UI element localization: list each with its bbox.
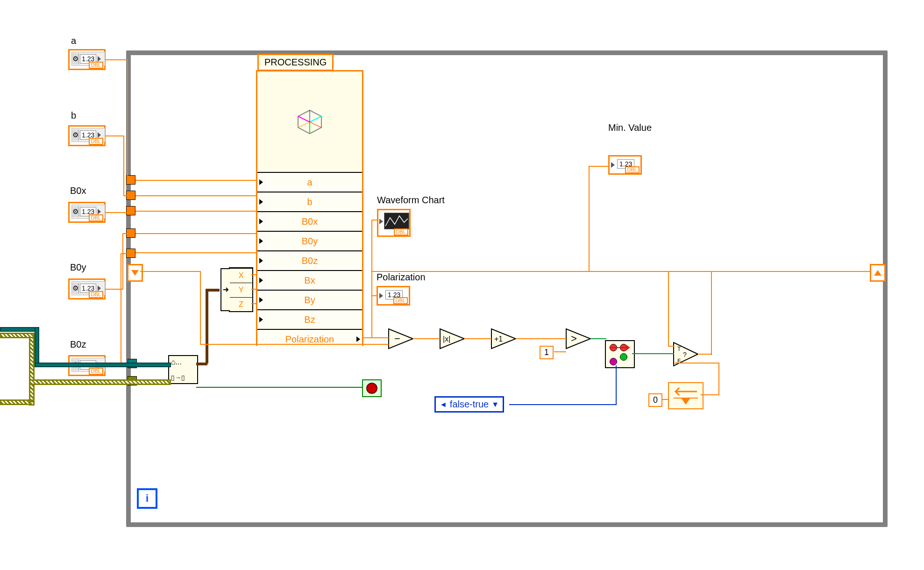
unbundle-by-name[interactable]: X Y Z xyxy=(229,267,253,312)
control-b[interactable]: ⚙1.23 DBL xyxy=(68,125,106,146)
dequeue-element-node[interactable]: ⌂... ▯→▯ xyxy=(168,355,198,384)
label-b0y: B0y xyxy=(70,262,86,273)
svg-text:T: T xyxy=(677,346,681,352)
greater-node[interactable]: > xyxy=(565,328,591,349)
label-min-value: Min. Value xyxy=(608,122,652,133)
increment-node[interactable]: +1 xyxy=(490,328,517,349)
abs-node[interactable]: |x| xyxy=(439,328,465,349)
iteration-terminal: i xyxy=(137,488,157,509)
label-b: b xyxy=(71,110,76,121)
boolean-array-constant[interactable]: ◄ false-true ▼ xyxy=(434,396,504,413)
unbundle-y: Y xyxy=(230,283,252,297)
express-input-a: a xyxy=(257,172,362,192)
tunnel-b0x xyxy=(126,206,135,215)
label-b0z: B0z xyxy=(70,339,86,350)
indicator-waveform-chart[interactable]: DBL xyxy=(377,209,411,237)
express-input-b0z: B0z xyxy=(257,250,362,270)
svg-text:>: > xyxy=(571,333,577,344)
constant-zero[interactable]: 0 xyxy=(648,393,662,407)
svg-marker-19 xyxy=(681,398,690,405)
label-polarization: Polarization xyxy=(377,272,426,283)
type-tag: DBL xyxy=(89,214,103,221)
control-b0x[interactable]: ⚙1.23 DBL xyxy=(68,202,106,223)
type-tag: DBL xyxy=(89,368,103,375)
type-tag: DBL xyxy=(89,138,103,145)
express-vi-icon xyxy=(257,71,362,172)
indicator-polarization[interactable]: 1.23 DBL xyxy=(377,286,410,306)
feedback-node[interactable] xyxy=(668,382,704,409)
type-tag: DBL xyxy=(89,291,103,298)
express-input-b: b xyxy=(257,192,362,211)
express-input-bz: Bz xyxy=(257,309,362,329)
svg-line-2 xyxy=(310,116,321,122)
unbundle-z: Z xyxy=(230,297,252,312)
svg-text:?: ? xyxy=(683,351,687,358)
control-b0y[interactable]: ⚙1.23 DBL xyxy=(68,278,106,299)
svg-text:+1: +1 xyxy=(494,335,503,343)
subtract-node[interactable]: − xyxy=(388,328,414,349)
express-input-b0x: B0x xyxy=(257,211,362,231)
type-tag: DBL xyxy=(89,62,103,69)
unbundle-x: X xyxy=(230,268,252,283)
express-input-b0y: B0y xyxy=(257,231,362,250)
control-a[interactable]: ⚙1.23 DBL xyxy=(68,49,106,70)
dropdown-arrow-icon[interactable]: ▼ xyxy=(491,400,499,409)
stop-circle-icon xyxy=(366,383,377,394)
implies-latch-node[interactable] xyxy=(605,340,635,368)
svg-line-6 xyxy=(310,122,321,128)
shift-register-right[interactable] xyxy=(870,264,886,282)
express-input-by: By xyxy=(257,290,362,309)
svg-line-1 xyxy=(298,116,310,122)
constant-one[interactable]: 1 xyxy=(540,346,554,359)
svg-marker-7 xyxy=(389,329,413,349)
label-b0x: B0x xyxy=(70,185,86,196)
shift-register-left[interactable] xyxy=(127,264,143,282)
stop-terminal[interactable] xyxy=(362,379,382,397)
express-vi-title: PROCESSING xyxy=(257,54,334,71)
indicator-min-value[interactable]: 1.23 DBL xyxy=(608,155,642,175)
svg-text:−: − xyxy=(394,333,400,344)
decrement-arrow-icon[interactable]: ◄ xyxy=(440,400,447,409)
block-diagram-canvas: a ⚙1.23 DBL b ⚙1.23 DBL B0x ⚙1.23 DBL B0… xyxy=(0,0,924,570)
label-a: a xyxy=(71,36,76,46)
svg-marker-13 xyxy=(566,329,590,349)
unbundle-input xyxy=(220,268,230,311)
label-waveform-chart: Waveform Chart xyxy=(377,195,445,206)
svg-line-5 xyxy=(298,122,310,128)
express-vi-processing[interactable]: PROCESSING a b B0x B0y B0z Bx By Bz Pola… xyxy=(256,70,363,346)
express-input-bx: Bx xyxy=(257,270,362,290)
svg-text:|x|: |x| xyxy=(443,335,450,343)
express-output-polarization: Polarization xyxy=(257,329,362,349)
